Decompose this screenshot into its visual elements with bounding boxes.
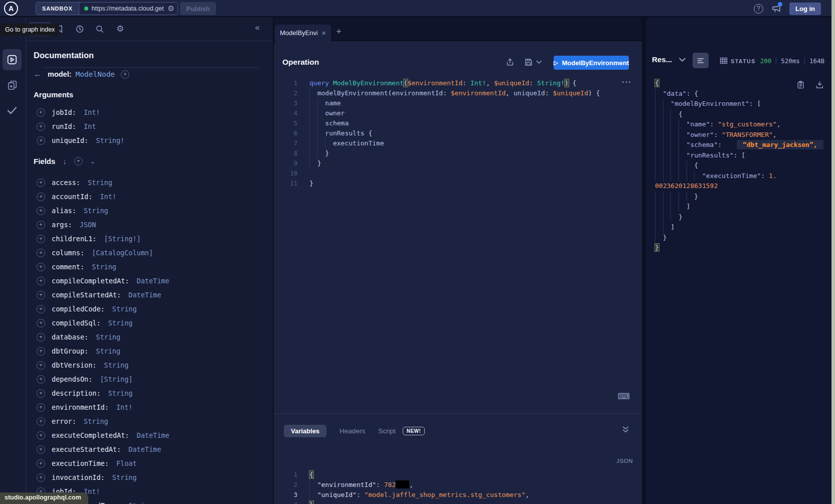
field-row[interactable]: +executeStartedAt: DateTime	[26, 442, 273, 456]
field-type[interactable]: String	[104, 319, 133, 327]
checks-nav-button[interactable]	[3, 100, 22, 121]
field-row[interactable]: +alias: String	[26, 204, 273, 218]
endpoint-url-value[interactable]: https://metadata.cloud.get	[92, 5, 164, 12]
explorer-nav-button[interactable]	[3, 49, 22, 70]
add-field-icon[interactable]: +	[37, 136, 45, 145]
doc-type-link[interactable]: ModelNode	[76, 70, 115, 78]
field-row[interactable]: +description: String	[26, 386, 273, 400]
chevron-down-icon[interactable]: ⌄	[90, 158, 95, 165]
field-type[interactable]: [CatalogColumn]	[88, 249, 153, 257]
field-type[interactable]: String	[92, 333, 120, 341]
field-row[interactable]: +uniqueId: String!	[26, 133, 273, 147]
history-icon[interactable]	[75, 25, 84, 34]
field-type[interactable]: Float	[112, 459, 137, 467]
add-field-icon[interactable]: +	[37, 235, 45, 243]
add-field-icon[interactable]: +	[37, 305, 45, 313]
operation-tab[interactable]: ModelByEnvi... ×	[275, 25, 331, 41]
add-field-icon[interactable]: +	[37, 179, 45, 187]
field-type[interactable]: String	[92, 347, 120, 355]
field-type[interactable]: DateTime	[124, 445, 161, 453]
response-body[interactable]: { "data": { "modelByEnvironment": [ { "n…	[648, 78, 829, 253]
field-type[interactable]: [String!]	[100, 235, 140, 243]
field-type[interactable]: [String]	[96, 375, 132, 383]
field-row[interactable]: +error: String	[26, 414, 273, 428]
add-field-icon[interactable]: +	[37, 445, 45, 454]
field-type[interactable]: String	[108, 473, 137, 481]
add-field-icon[interactable]: +	[37, 403, 45, 412]
field-row[interactable]: +database: String	[26, 330, 273, 344]
field-row[interactable]: +columns: [CatalogColumn]	[26, 246, 273, 260]
field-row[interactable]: +invocationId: String	[26, 470, 273, 484]
add-field-icon[interactable]: +	[37, 347, 45, 356]
field-row[interactable]: +executionTime: Float	[26, 456, 273, 470]
field-type[interactable]: String!	[92, 136, 124, 144]
variables-editor[interactable]: 1{2 "environmentId": 782,3 "uniqueId": "…	[274, 470, 642, 504]
add-field-icon[interactable]: +	[37, 221, 45, 229]
add-field-icon[interactable]: +	[37, 375, 45, 384]
login-button[interactable]: Log in	[789, 3, 821, 15]
add-field-icon[interactable]: +	[37, 333, 45, 342]
close-tab-icon[interactable]: ×	[321, 29, 326, 37]
apollo-logo-icon[interactable]: A	[4, 2, 18, 16]
operation-editor[interactable]: 1query ModelByEnvironment($environmentId…	[274, 78, 642, 189]
add-field-icon[interactable]: +	[37, 389, 45, 398]
field-row[interactable]: +childrenL1: [String!]	[26, 232, 273, 246]
field-row[interactable]: +compiledCode: String	[26, 302, 273, 316]
field-type[interactable]: JSON	[76, 221, 96, 229]
add-field-icon[interactable]: +	[37, 431, 45, 440]
field-type[interactable]: String	[80, 417, 108, 425]
field-row[interactable]: +dbtVersion: String	[26, 358, 273, 372]
add-field-icon[interactable]: +	[37, 319, 45, 327]
add-field-icon[interactable]: +	[37, 417, 45, 426]
field-row[interactable]: +runId: Int	[26, 119, 273, 133]
field-row[interactable]: +jobId: Int!	[26, 105, 273, 119]
help-icon[interactable]: ?	[754, 4, 763, 14]
add-field-icon[interactable]: +	[37, 108, 45, 117]
tab-headers[interactable]: Headers	[340, 427, 365, 435]
endpoint-url-input[interactable]: https://metadata.cloud.get ⚙	[79, 3, 178, 15]
field-row[interactable]: +args: JSON	[26, 218, 273, 232]
keyboard-shortcuts-icon[interactable]: ⌨	[617, 391, 630, 402]
search-icon[interactable]	[95, 25, 104, 34]
field-type[interactable]: DateTime	[132, 431, 169, 439]
field-row[interactable]: +compileStartedAt: DateTime	[26, 288, 273, 302]
announcements-megaphone-icon[interactable]	[771, 3, 782, 14]
collapse-panel-icon[interactable]: «	[255, 23, 260, 33]
run-operation-button[interactable]: ▷ ModelByEnvironment	[554, 56, 629, 70]
add-field-icon[interactable]: +	[121, 70, 129, 79]
schema-nav-button[interactable]	[3, 75, 22, 96]
field-type[interactable]: String	[88, 263, 116, 271]
field-type[interactable]: DateTime	[132, 277, 169, 285]
collapse-variables-icon[interactable]	[622, 426, 630, 434]
field-row[interactable]: +dependsOn: [String]	[26, 372, 273, 386]
field-type[interactable]: String	[80, 207, 108, 215]
response-chevron-down-icon[interactable]	[679, 57, 686, 62]
field-row[interactable]: +environmentId: Int!	[26, 400, 273, 414]
save-dropdown-chevron-icon[interactable]	[536, 60, 545, 69]
field-type[interactable]: String	[124, 501, 153, 504]
sort-fields-icon[interactable]: ↓	[63, 157, 67, 165]
save-icon[interactable]	[524, 58, 533, 67]
add-field-icon[interactable]: +	[37, 207, 45, 215]
response-panel-title[interactable]: Res...	[652, 55, 672, 64]
field-row[interactable]: +comment: String	[26, 260, 273, 274]
add-field-icon[interactable]: +	[37, 122, 45, 131]
field-type[interactable]: String	[84, 179, 112, 187]
add-field-icon[interactable]: +	[37, 263, 45, 271]
field-row[interactable]: +dbtGroup: String	[26, 344, 273, 358]
field-row[interactable]: +accountId: Int!	[26, 190, 273, 204]
text-view-toggle-button[interactable]	[693, 53, 709, 68]
field-row[interactable]: +executeCompletedAt: DateTime	[26, 428, 273, 442]
field-type[interactable]: String	[104, 389, 133, 397]
field-type[interactable]: DateTime	[124, 291, 161, 299]
add-field-icon[interactable]: +	[37, 361, 45, 370]
field-type[interactable]: Int	[80, 122, 96, 130]
field-type[interactable]: Int!	[96, 193, 116, 201]
tab-script[interactable]: Script	[378, 427, 396, 435]
field-row[interactable]: +access: String	[26, 176, 273, 190]
publish-button[interactable]: Publish	[180, 2, 216, 15]
field-type[interactable]: Int!	[112, 403, 133, 411]
add-all-fields-icon[interactable]: +	[74, 157, 83, 165]
add-field-icon[interactable]: +	[37, 249, 45, 257]
field-row[interactable]: +compiledSql: String	[26, 316, 273, 330]
